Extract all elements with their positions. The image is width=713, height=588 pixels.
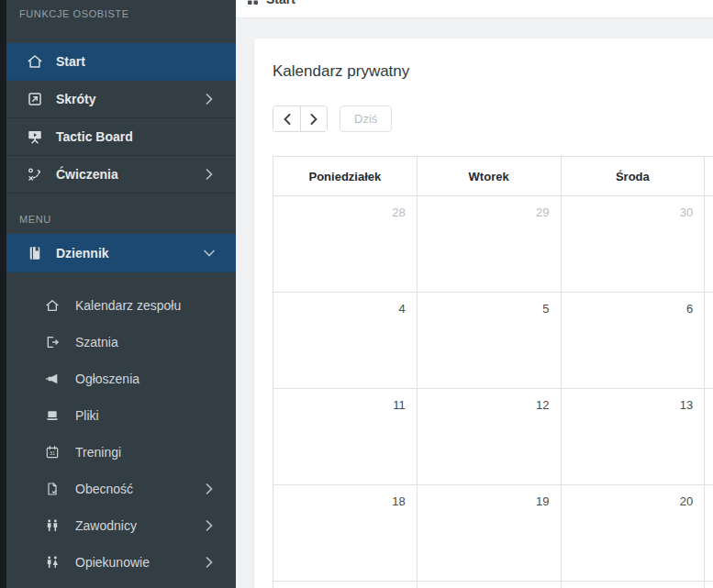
sidebar-item-start[interactable]: Start: [6, 43, 236, 81]
weekday-header: Wtorek: [417, 157, 561, 196]
day-cell[interactable]: [705, 582, 713, 588]
sidebar-item-label: Opiekunowie: [75, 555, 150, 570]
day-cell[interactable]: 13: [561, 389, 705, 485]
sidebar-item-label: Ćwiczenia: [56, 167, 118, 182]
day-cell[interactable]: 29: [417, 196, 561, 293]
sidebar-item-label: Obecność: [75, 482, 133, 496]
sidebar-item-label: Start: [56, 54, 85, 69]
guardians-icon: [44, 554, 61, 571]
section-label-menu: MENU: [6, 194, 236, 226]
sidebar-item-dziennik[interactable]: Dziennik: [6, 234, 236, 272]
sidebar-edge-strip: [0, 0, 6, 588]
weekday-header: Poniedziałek: [273, 157, 418, 196]
calendar-week-row: 4 5 6: [273, 293, 713, 389]
sidebar-item-label: Tactic Board: [56, 129, 133, 144]
laptop-icon: [44, 407, 61, 424]
day-cell[interactable]: 6: [561, 293, 705, 389]
sidebar-item-pliki[interactable]: Pliki: [6, 397, 236, 434]
sidebar-item-label: Dziennik: [56, 246, 109, 261]
book-icon: [26, 244, 44, 262]
megaphone-icon: [44, 371, 61, 387]
day-cell[interactable]: 30: [561, 196, 705, 293]
page-title: Kalendarz prywatny: [273, 62, 713, 81]
day-cell[interactable]: [273, 582, 418, 588]
weekday-header: [705, 157, 713, 196]
day-cell[interactable]: [705, 485, 713, 582]
sidebar-item-tactic-board[interactable]: Tactic Board: [6, 118, 236, 156]
app-window: FUNKCJE OSOBISTE Start Skróty: [0, 0, 713, 588]
calendar-header-row: Poniedziałek Wtorek Środa: [273, 157, 713, 196]
players-icon: [44, 517, 61, 534]
chevron-right-icon: [206, 94, 213, 105]
breadcrumb[interactable]: Start: [248, 0, 295, 6]
drills-icon: [26, 165, 44, 183]
breadcrumb-label: Start: [266, 0, 295, 6]
chevron-right-icon: [206, 520, 213, 531]
main-area: Start Kalendarz prywatny: [236, 0, 713, 588]
sidebar-item-obecnosc[interactable]: Obecność: [6, 471, 236, 507]
top-bar: Start: [236, 0, 713, 18]
day-cell[interactable]: 19: [417, 485, 561, 582]
day-cell[interactable]: 11: [273, 389, 418, 485]
day-cell[interactable]: [561, 582, 705, 588]
chevron-right-icon: [206, 557, 213, 568]
sidebar-item-opiekunowie[interactable]: Opiekunowie: [6, 544, 236, 581]
calendar-week-row: 11 12 13: [273, 389, 713, 485]
calendar-card: Kalendarz prywatny: [254, 39, 713, 588]
home-icon: [26, 52, 44, 71]
sidebar-item-label: Zawodnicy: [75, 518, 137, 533]
day-cell[interactable]: [417, 582, 561, 588]
day-cell[interactable]: 4: [273, 293, 418, 389]
day-cell[interactable]: 28: [273, 196, 418, 293]
chevron-left-icon: [284, 114, 291, 125]
day-cell[interactable]: 18: [273, 485, 418, 582]
chevron-right-icon: [206, 483, 213, 494]
calendar-toolbar: Dziś: [273, 105, 713, 132]
sidebar-item-szatnia[interactable]: Szatnia: [6, 324, 236, 361]
sidebar-item-label: Skróty: [56, 92, 96, 106]
chevron-right-icon: [206, 169, 213, 180]
section-label-funkcje-osobiste: FUNKCJE OSOBISTE: [6, 0, 236, 20]
chevron-down-icon: [204, 250, 215, 257]
page-background: Kalendarz prywatny: [236, 19, 713, 588]
sidebar-item-treningi[interactable]: 31 Treningi: [6, 434, 236, 471]
sidebar-item-label: Szatnia: [75, 335, 118, 349]
day-cell[interactable]: [705, 196, 713, 293]
day-cell[interactable]: 12: [417, 389, 561, 485]
calendar-grid: Poniedziałek Wtorek Środa 28 29 30: [273, 156, 713, 588]
today-button[interactable]: Dziś: [340, 105, 392, 132]
sidebar-item-kalendarz-zespolu[interactable]: Kalendarz zespołu: [6, 287, 236, 324]
sidebar-item-ogloszenia[interactable]: Ogłoszenia: [6, 361, 236, 397]
day-cell[interactable]: 20: [561, 485, 705, 582]
prev-button[interactable]: [273, 106, 300, 131]
sidebar-item-cwiczenia[interactable]: Ćwiczenia: [6, 156, 236, 194]
apps-grid-icon: [248, 0, 258, 5]
sidebar-item-label: Kalendarz zespołu: [75, 298, 181, 313]
next-button[interactable]: [300, 106, 327, 131]
day-cell[interactable]: 5: [417, 293, 561, 389]
calendar-week-row: 28 29 30: [273, 196, 713, 293]
shortcut-icon: [26, 90, 44, 108]
door-exit-icon: [44, 334, 61, 350]
svg-text:31: 31: [50, 450, 55, 456]
calendar-week-row: 18 19 20: [273, 485, 713, 582]
attendance-check-icon: [44, 481, 61, 497]
sidebar-item-label: Treningi: [75, 445, 121, 460]
sidebar-item-label: Pliki: [75, 408, 99, 423]
sidebar-item-skroty[interactable]: Skróty: [6, 81, 236, 118]
chevron-right-icon: [310, 114, 318, 125]
sidebar-item-zawodnicy[interactable]: Zawodnicy: [6, 507, 236, 544]
sidebar-item-label: Ogłoszenia: [75, 372, 139, 386]
day-cell[interactable]: [705, 389, 713, 485]
calendar-31-icon: 31: [44, 444, 61, 460]
prev-next-button-group: [273, 105, 328, 132]
tactic-board-icon: [26, 128, 44, 146]
day-cell[interactable]: [705, 293, 713, 389]
dziennik-submenu: Kalendarz zespołu Szatnia Ogłoszenia: [6, 272, 236, 581]
weekday-header: Środa: [561, 157, 705, 196]
calendar-week-row: [273, 582, 713, 588]
sidebar: FUNKCJE OSOBISTE Start Skróty: [0, 0, 236, 588]
house-icon: [44, 297, 61, 314]
